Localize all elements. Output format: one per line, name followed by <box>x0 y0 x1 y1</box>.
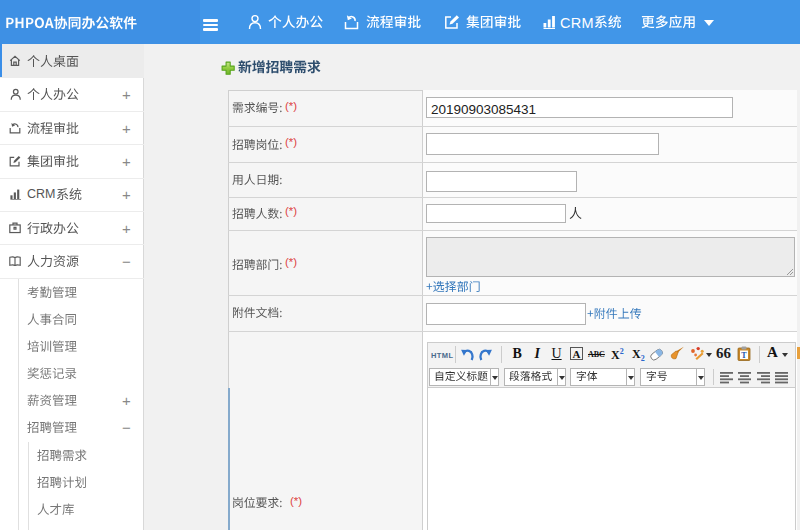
svg-text:T: T <box>741 351 747 360</box>
